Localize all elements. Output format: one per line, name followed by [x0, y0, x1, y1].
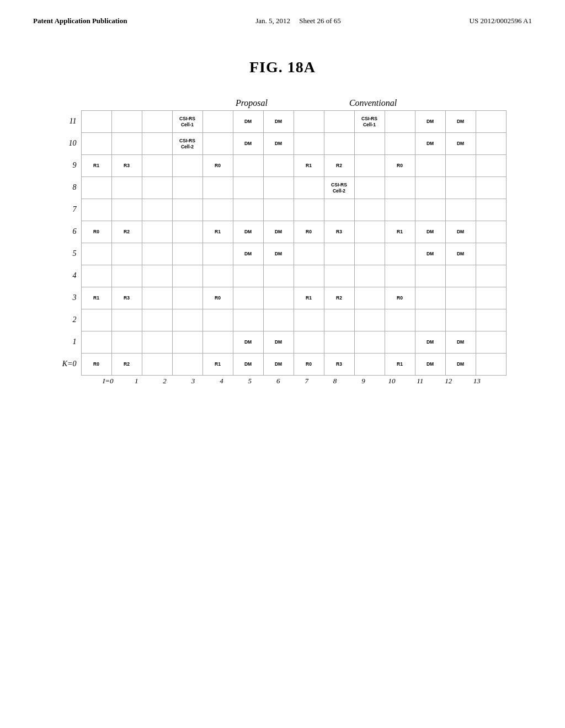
cell-9-4: R0	[202, 155, 233, 177]
y-label-0: K=0	[59, 353, 79, 375]
cell-8-9	[354, 177, 385, 199]
cell-3-9	[354, 287, 385, 309]
cell-7-13	[476, 199, 506, 221]
y-label-6: 6	[59, 221, 79, 243]
cell-1-12: DM	[445, 331, 476, 354]
grid-wrapper: 11 10 9 8 7 6 5 4 3 2 1 K=0	[59, 110, 507, 376]
y-label-8: 8	[59, 176, 79, 199]
header-left: Patent Application Publication	[33, 17, 127, 25]
cell-8-13	[476, 177, 506, 199]
cell-8-1	[111, 177, 142, 199]
cell-10-12: DM	[445, 133, 476, 155]
cell-7-9	[354, 199, 385, 221]
cell-3-0: R1	[81, 287, 111, 309]
cell-7-0	[81, 199, 111, 221]
x-axis: I=0 1 2 3 4 5 6 7 8 9 10 11 12 13	[94, 377, 491, 386]
conventional-label: Conventional	[329, 98, 417, 108]
y-label-1: 1	[59, 331, 79, 353]
x-label-5: 5	[236, 377, 264, 386]
page-container: Patent Application Publication Jan. 5, 2…	[0, 0, 565, 728]
cell-10-1	[111, 133, 142, 155]
cell-7-8	[324, 199, 354, 221]
header-center: Jan. 5, 2012 Sheet 26 of 65	[255, 17, 341, 25]
cell-5-3	[172, 243, 202, 265]
cell-3-6	[263, 287, 294, 309]
cell-1-0	[81, 331, 111, 354]
cell-7-10	[385, 199, 415, 221]
cell-9-12	[445, 155, 476, 177]
cell-5-5: DM	[233, 243, 263, 265]
cell-2-1	[111, 309, 142, 331]
cell-3-13	[476, 287, 506, 309]
cell-9-7: R1	[294, 155, 324, 177]
cell-5-10	[385, 243, 415, 265]
cell-2-3	[172, 309, 202, 331]
main-grid: CSI-RSCell-1 DM DM CSI-RSCell-1 DM DM	[81, 110, 507, 376]
cell-6-1: R2	[111, 221, 142, 243]
cell-5-12: DM	[445, 243, 476, 265]
cell-7-2	[142, 199, 172, 221]
cell-2-0	[81, 309, 111, 331]
cell-11-9: CSI-RSCell-1	[354, 111, 385, 133]
cell-4-0	[81, 265, 111, 287]
cell-1-9	[354, 331, 385, 354]
table-row: DM DM DM DM	[81, 243, 506, 265]
cell-11-0	[81, 111, 111, 133]
cell-8-7	[294, 177, 324, 199]
cell-11-13	[476, 111, 506, 133]
cell-0-6: DM	[263, 354, 294, 376]
cell-1-8	[324, 331, 354, 354]
cell-6-11: DM	[415, 221, 445, 243]
cell-7-1	[111, 199, 142, 221]
cell-3-2	[142, 287, 172, 309]
cell-6-0: R0	[81, 221, 111, 243]
cell-5-11: DM	[415, 243, 445, 265]
cell-4-8	[324, 265, 354, 287]
y-label-11: 11	[59, 110, 79, 132]
cell-11-8	[324, 111, 354, 133]
cell-9-11	[415, 155, 445, 177]
x-label-12: 12	[434, 377, 462, 386]
diagram-area: Proposal Conventional 11 10 9 8 7 6 5 4 …	[33, 98, 532, 386]
table-row	[81, 265, 506, 287]
cell-1-3	[172, 331, 202, 354]
cell-3-7: R1	[294, 287, 324, 309]
y-label-4: 4	[59, 265, 79, 287]
cell-11-4	[202, 111, 233, 133]
table-row: R0 R2 R1 DM DM R0 R3 R1 DM DM	[81, 221, 506, 243]
cell-4-4	[202, 265, 233, 287]
cell-10-2	[142, 133, 172, 155]
cell-0-7: R0	[294, 354, 324, 376]
cell-5-4	[202, 243, 233, 265]
cell-1-2	[142, 331, 172, 354]
cell-5-8	[324, 243, 354, 265]
cell-4-5	[233, 265, 263, 287]
table-row	[81, 309, 506, 331]
cell-2-11	[415, 309, 445, 331]
cell-10-3: CSI-RSCell-2	[172, 133, 202, 155]
cell-2-12	[445, 309, 476, 331]
x-label-7: 7	[292, 377, 321, 386]
x-label-6: 6	[264, 377, 292, 386]
figure-title: FIG. 18A	[33, 58, 532, 76]
cell-11-2	[142, 111, 172, 133]
cell-11-3: CSI-RSCell-1	[172, 111, 202, 133]
y-label-10: 10	[59, 132, 79, 154]
cell-9-6	[263, 155, 294, 177]
cell-7-4	[202, 199, 233, 221]
header-sheet: Sheet 26 of 65	[299, 17, 340, 25]
cell-0-12: DM	[445, 354, 476, 376]
cell-2-8	[324, 309, 354, 331]
cell-8-5	[233, 177, 263, 199]
cell-11-12: DM	[445, 111, 476, 133]
cell-5-9	[354, 243, 385, 265]
cell-2-2	[142, 309, 172, 331]
cell-1-10	[385, 331, 415, 354]
cell-10-4	[202, 133, 233, 155]
cell-2-10	[385, 309, 415, 331]
cell-6-9	[354, 221, 385, 243]
page-header: Patent Application Publication Jan. 5, 2…	[33, 17, 532, 25]
cell-11-7	[294, 111, 324, 133]
cell-2-5	[233, 309, 263, 331]
cell-8-0	[81, 177, 111, 199]
